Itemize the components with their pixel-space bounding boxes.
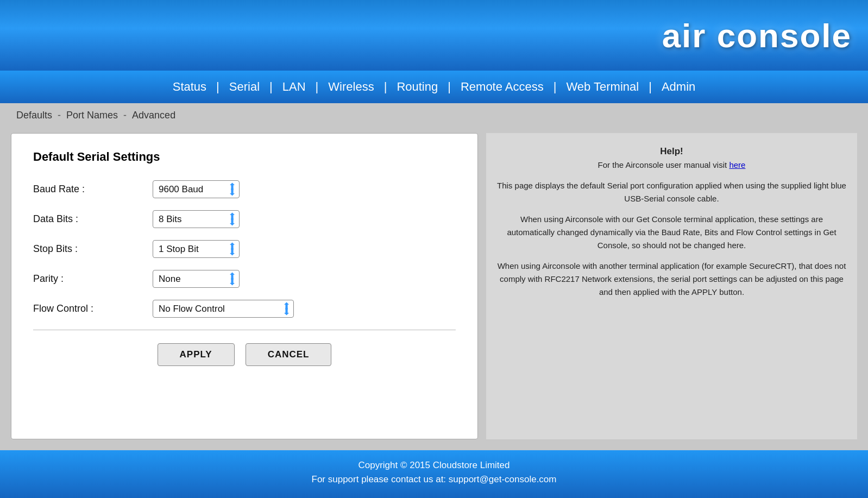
- breadcrumb-defaults[interactable]: Defaults: [16, 110, 52, 121]
- flow-control-row: Flow Control : No Flow Control RTS/CTS X…: [33, 300, 456, 318]
- cancel-button[interactable]: CANCEL: [246, 343, 332, 366]
- form-divider: [33, 330, 456, 330]
- help-link[interactable]: here: [729, 160, 745, 169]
- stop-bits-row: Stop Bits : 1 Stop Bit 2 Stop Bits ⬆⬇: [33, 240, 456, 258]
- nav-admin[interactable]: Admin: [652, 80, 705, 94]
- baud-rate-select[interactable]: 300 Baud 1200 Baud 2400 Baud 4800 Baud 9…: [153, 180, 240, 198]
- breadcrumb-sep-1: -: [58, 110, 61, 121]
- breadcrumb: Defaults - Port Names - Advanced: [0, 103, 868, 128]
- nav-wireless[interactable]: Wireless: [318, 80, 383, 94]
- help-panel: Help! For the Airconsole user manual vis…: [486, 133, 857, 439]
- header: air console: [0, 0, 868, 71]
- help-para-2: When using Airconsole with our Get Conso…: [497, 213, 846, 252]
- breadcrumb-sep-2: -: [123, 110, 127, 121]
- help-intro: For the Airconsole user manual visit: [598, 160, 727, 169]
- apply-button[interactable]: APPLY: [158, 343, 235, 366]
- nav-status[interactable]: Status: [163, 80, 216, 94]
- data-bits-wrapper: 5 Bits 6 Bits 7 Bits 8 Bits ⬆⬇: [153, 210, 240, 228]
- data-bits-row: Data Bits : 5 Bits 6 Bits 7 Bits 8 Bits …: [33, 210, 456, 228]
- baud-rate-wrapper: 300 Baud 1200 Baud 2400 Baud 4800 Baud 9…: [153, 180, 240, 198]
- baud-rate-label: Baud Rate :: [33, 184, 153, 195]
- nav-remote-access[interactable]: Remote Access: [451, 80, 553, 94]
- nav-lan[interactable]: LAN: [273, 80, 316, 94]
- nav-web-terminal[interactable]: Web Terminal: [557, 80, 649, 94]
- footer-copyright: Copyright © 2015 Cloudstore Limited: [5, 460, 863, 471]
- help-para-3: When using Airconsole with another termi…: [497, 260, 846, 299]
- parity-label: Parity :: [33, 273, 153, 285]
- stop-bits-label: Stop Bits :: [33, 243, 153, 255]
- form-panel: Default Serial Settings Baud Rate : 300 …: [11, 133, 478, 439]
- nav-routing[interactable]: Routing: [387, 80, 448, 94]
- parity-select[interactable]: None Odd Even Mark Space: [153, 270, 240, 288]
- flow-control-wrapper: No Flow Control RTS/CTS XON/XOFF ⬆⬇: [153, 300, 294, 318]
- logo: air console: [662, 16, 852, 55]
- flow-control-select[interactable]: No Flow Control RTS/CTS XON/XOFF: [153, 300, 294, 318]
- data-bits-select[interactable]: 5 Bits 6 Bits 7 Bits 8 Bits: [153, 210, 240, 228]
- stop-bits-wrapper: 1 Stop Bit 2 Stop Bits ⬆⬇: [153, 240, 240, 258]
- nav-serial[interactable]: Serial: [219, 80, 269, 94]
- main-content: Default Serial Settings Baud Rate : 300 …: [0, 128, 868, 450]
- button-row: APPLY CANCEL: [33, 343, 456, 366]
- data-bits-label: Data Bits :: [33, 213, 153, 225]
- form-title: Default Serial Settings: [33, 150, 456, 164]
- stop-bits-select[interactable]: 1 Stop Bit 2 Stop Bits: [153, 240, 240, 258]
- parity-wrapper: None Odd Even Mark Space ⬆⬇: [153, 270, 240, 288]
- flow-control-label: Flow Control :: [33, 303, 153, 314]
- parity-row: Parity : None Odd Even Mark Space ⬆⬇: [33, 270, 456, 288]
- footer: Copyright © 2015 Cloudstore Limited For …: [0, 450, 868, 498]
- main-nav: Status | Serial | LAN | Wireless | Routi…: [0, 71, 868, 103]
- breadcrumb-advanced[interactable]: Advanced: [132, 110, 175, 121]
- breadcrumb-port-names[interactable]: Port Names: [66, 110, 118, 121]
- help-title: Help!: [660, 146, 683, 156]
- baud-rate-row: Baud Rate : 300 Baud 1200 Baud 2400 Baud…: [33, 180, 456, 198]
- help-para-1: This page displays the default Serial po…: [497, 179, 846, 205]
- footer-support: For support please contact us at: suppor…: [5, 474, 863, 485]
